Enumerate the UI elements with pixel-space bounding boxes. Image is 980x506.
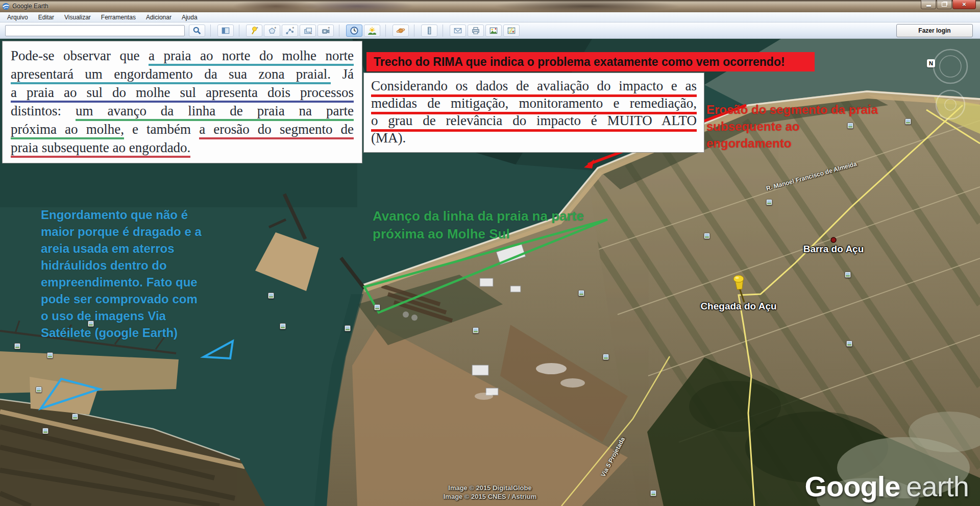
record-tour-icon: +: [321, 26, 330, 35]
historical-imagery-icon: [350, 26, 359, 35]
view-in-maps-icon: [507, 26, 516, 35]
compass-north-badge[interactable]: N: [927, 59, 935, 67]
photo-marker-icon[interactable]: [88, 321, 94, 327]
search-input[interactable]: [5, 25, 185, 36]
view-in-maps-button[interactable]: [503, 25, 520, 37]
menu-item-adicionar[interactable]: Adicionar: [141, 13, 177, 22]
label-barra-do-acu[interactable]: Barra do Açu: [795, 244, 872, 255]
add-image-overlay-button[interactable]: +: [300, 25, 316, 37]
doc-line: Considerando os dados de avaliação do im…: [371, 77, 697, 94]
doc-line: (MA).: [371, 129, 697, 147]
photo-marker-icon[interactable]: [578, 290, 584, 296]
photo-marker-icon[interactable]: [72, 414, 78, 420]
photo-marker-icon[interactable]: [905, 118, 911, 125]
planets-icon: [396, 26, 405, 35]
panel-toggle-button[interactable]: [217, 25, 234, 37]
svg-text:+: +: [292, 26, 295, 30]
erosion-annotation: Erosão do segmento da praiasubsequente a…: [706, 101, 890, 152]
menu-item-editar[interactable]: Editar: [33, 13, 59, 22]
doc-line: próxima ao molhe, e também a erosão do s…: [11, 120, 354, 138]
doc-line: apresentará um engordamento da sua zona …: [11, 65, 354, 83]
save-image-icon: [489, 26, 498, 35]
photo-marker-icon[interactable]: [268, 293, 274, 299]
photo-marker-icon[interactable]: [280, 323, 286, 329]
print-icon: [471, 26, 480, 35]
login-button[interactable]: Fazer login: [896, 24, 973, 37]
print-button[interactable]: [468, 25, 484, 37]
doc-line: praia subsequente ao engordado.: [11, 138, 354, 157]
close-button[interactable]: ✕: [952, 0, 976, 9]
svg-text:+: +: [328, 26, 330, 30]
email-button[interactable]: [450, 25, 466, 37]
doc-line: o grau de relevância do impacto é MUITO …: [371, 112, 697, 129]
window-title: Google Earth: [12, 3, 48, 10]
photo-marker-icon[interactable]: [704, 233, 710, 239]
logo-earth: earth: [906, 470, 969, 502]
doc-line: a praia ao sul do molhe sul apresenta do…: [11, 83, 354, 102]
photo-marker-icon[interactable]: [603, 354, 609, 360]
label-chegada-do-acu[interactable]: Chegada do Açu: [695, 301, 782, 312]
svg-text:+: +: [310, 31, 312, 35]
photo-marker-icon[interactable]: [42, 428, 48, 434]
planets-button[interactable]: [393, 25, 409, 37]
google-earth-logo: Googleearth: [804, 470, 969, 503]
ruler-button[interactable]: [421, 25, 437, 37]
save-image-button[interactable]: [485, 25, 502, 37]
svg-text:+: +: [256, 26, 258, 30]
panel-toggle-icon: [221, 26, 230, 35]
rima-excerpt-box-1: Pode-se observar que a praia ao norte do…: [2, 41, 362, 163]
photo-marker-icon[interactable]: [345, 325, 351, 331]
doc-line: Pode-se observar que a praia ao norte do…: [11, 46, 354, 65]
search-button[interactable]: [189, 25, 205, 37]
photo-marker-icon[interactable]: [14, 343, 20, 349]
search-icon: [192, 26, 202, 35]
photo-marker-icon[interactable]: [47, 352, 53, 358]
add-path-icon: +: [285, 26, 295, 35]
barra-placemark-dot[interactable]: [831, 237, 836, 243]
photo-marker-icon[interactable]: [845, 272, 851, 278]
toolbar: + + + + +: [0, 22, 980, 39]
sunlight-icon: [368, 26, 377, 35]
rima-banner: Trecho do RIMA que indica o problema exa…: [366, 52, 815, 71]
doc-line: medidas de mitigação, monitoramento e re…: [371, 94, 697, 112]
photo-marker-icon[interactable]: [473, 327, 479, 333]
email-icon: [453, 26, 462, 35]
rima-excerpt-box-2: Considerando os dados de avaliação do im…: [363, 73, 704, 153]
avanco-annotation: Avanço da linha da praia na partepróxima…: [373, 207, 597, 243]
google-earth-app-icon: [2, 3, 10, 10]
photo-marker-icon[interactable]: [36, 387, 42, 393]
photo-marker-icon[interactable]: [766, 199, 772, 205]
engordamento-annotation: Engordamento que não émaior porque é dra…: [41, 206, 209, 341]
photo-marker-icon[interactable]: [374, 304, 380, 310]
photo-marker-icon[interactable]: [650, 490, 656, 496]
historical-imagery-button[interactable]: [346, 25, 362, 37]
svg-text:+: +: [274, 26, 277, 30]
ruler-icon: [425, 26, 434, 35]
add-path-button[interactable]: +: [282, 25, 298, 37]
photo-marker-icon[interactable]: [847, 123, 853, 129]
restore-button[interactable]: [937, 0, 952, 9]
record-tour-button[interactable]: +: [317, 25, 334, 37]
sunlight-button[interactable]: [364, 25, 380, 37]
menu-item-ajuda[interactable]: Ajuda: [177, 13, 203, 22]
minimize-button[interactable]: [921, 0, 936, 9]
add-placemark-button[interactable]: +: [246, 25, 262, 37]
menu-item-arquivo[interactable]: Arquivo: [2, 13, 33, 22]
add-polygon-icon: +: [267, 26, 277, 35]
menu-bar: ArquivoEditarVisualizarFerramentasAdicio…: [0, 12, 980, 22]
add-placemark-icon: +: [250, 26, 259, 35]
menu-item-visualizar[interactable]: Visualizar: [59, 13, 96, 22]
photo-marker-icon[interactable]: [846, 341, 852, 347]
logo-google: Google: [804, 470, 900, 502]
add-image-overlay-icon: +: [303, 26, 312, 35]
doc-line: distintos: um avanço da linha de praia n…: [11, 102, 354, 120]
title-bar: Google Earth ✕: [0, 0, 980, 12]
add-polygon-button[interactable]: +: [264, 25, 280, 37]
menu-item-ferramentas[interactable]: Ferramentas: [96, 13, 141, 22]
